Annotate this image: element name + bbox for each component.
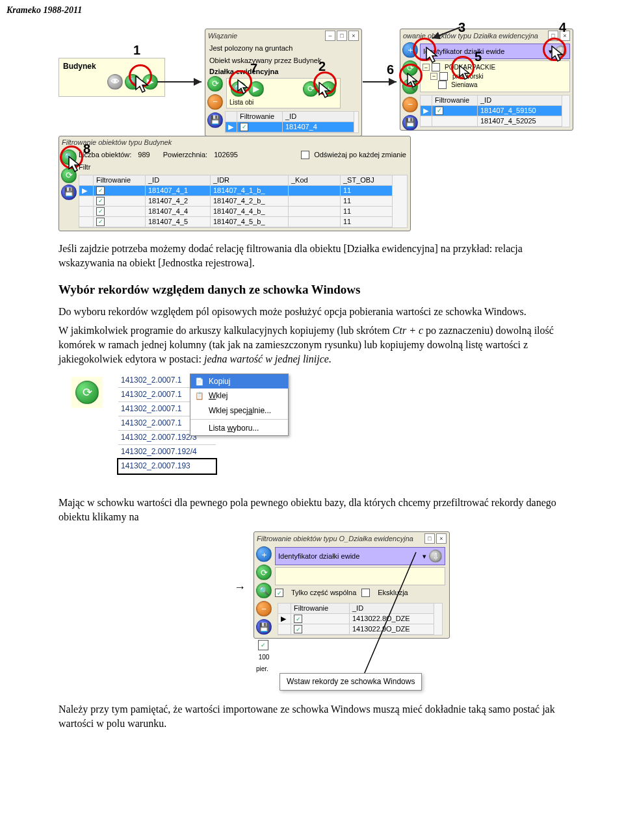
cell: 181407_4_5 bbox=[146, 217, 211, 227]
mark-arrow bbox=[429, 25, 468, 42]
checkbox-checked-icon[interactable]: ✓ bbox=[275, 589, 283, 597]
cell: 181407_4_2 bbox=[146, 196, 211, 207]
cell: 181407_4_2_b_ bbox=[211, 196, 289, 207]
identifier-label: Identyfikator działki ewide bbox=[278, 552, 359, 561]
tree-item[interactable]: Sieniawa bbox=[438, 81, 567, 90]
restore-icon[interactable]: □ bbox=[337, 31, 347, 41]
eye-icon[interactable]: 👁 bbox=[107, 74, 123, 90]
restore-icon[interactable]: □ bbox=[424, 533, 435, 544]
budynek-filter-title: Filtrowanie obiektów typu Budynek bbox=[62, 138, 408, 147]
cursor-icon bbox=[68, 156, 84, 174]
menu-item-copy[interactable]: 📄 Kopiuj bbox=[190, 374, 288, 388]
dzialka-panel: owanie obiektów typu Działka ewidencyjna… bbox=[400, 29, 573, 131]
figure-3: Filtrowanie obiektów typu O_Działka ewid… bbox=[221, 531, 566, 691]
minus-box-icon[interactable]: − bbox=[430, 73, 437, 80]
figure-2: ⟳ 141302_2.0007.1141302_2.0007.1141302_2… bbox=[72, 374, 566, 484]
checkbox-checked-icon[interactable]: ✓ bbox=[294, 625, 302, 633]
refresh-icon[interactable]: ⟳ bbox=[303, 81, 318, 97]
checkbox-checked-icon[interactable]: ✓ bbox=[96, 197, 105, 205]
checkbox-icon[interactable] bbox=[439, 72, 448, 81]
grid-row[interactable]: ▶ ✓ 181407_4_59150 bbox=[421, 106, 569, 116]
paragraph: Mając w schowku wartości dla pewnego pol… bbox=[58, 496, 566, 524]
table-row[interactable]: ✓181407_4_5181407_4_5_b_11 bbox=[79, 217, 407, 227]
disk-icon[interactable]: 💾 bbox=[61, 185, 77, 200]
menu-item-paste[interactable]: 📋 Wklej bbox=[190, 388, 288, 403]
paragraph: Należy przy tym pamiętać, że wartości im… bbox=[58, 702, 566, 730]
area-label: Powierzchnia: bbox=[163, 150, 207, 160]
cell: 181407_4_52025 bbox=[478, 116, 562, 127]
refresh-button[interactable]: ⟳ bbox=[75, 381, 99, 404]
list-item[interactable]: 141302_2.0007.192/4 bbox=[118, 445, 216, 459]
minus-orange-icon[interactable]: − bbox=[207, 94, 223, 110]
close-icon[interactable]: × bbox=[436, 533, 447, 544]
wiazanie-title: Wiązanie bbox=[208, 31, 325, 41]
minus-orange-icon[interactable]: − bbox=[402, 97, 418, 112]
grid-row[interactable]: 181407_4_52025 bbox=[421, 116, 569, 127]
cell bbox=[289, 217, 341, 227]
col-id: _ID bbox=[146, 175, 211, 186]
table-row[interactable]: ✓181407_4_4181407_4_4_b_11 bbox=[79, 207, 407, 217]
cell: 11 bbox=[341, 196, 393, 207]
grid-row-selected[interactable]: ▶ ✓ 181407_4 bbox=[226, 122, 358, 133]
dzialka-ew-label: Działka ewidencyjna bbox=[205, 67, 361, 78]
checkbox-checked-icon[interactable]: ✓ bbox=[96, 218, 105, 226]
minus-orange-icon[interactable]: − bbox=[256, 601, 272, 617]
disk-icon[interactable]: 💾 bbox=[402, 115, 418, 131]
refresh-icon[interactable]: ⟳ bbox=[207, 76, 223, 92]
cell: 11 bbox=[341, 217, 393, 227]
menu-item-list[interactable]: Lista wyboru... bbox=[190, 421, 288, 435]
refresh-icon[interactable]: ⟳ bbox=[256, 565, 272, 580]
marker-number: 1 bbox=[133, 42, 140, 59]
callout-line bbox=[361, 551, 458, 678]
magnify-icon[interactable]: 🔍 bbox=[256, 583, 272, 598]
identifier-chip[interactable]: Identyfikator działki ewide ▾ ⇩ bbox=[420, 44, 570, 59]
figure-1: Budynek 👁 🔍 ▶ Wiązanie – □ × Jest polozo… bbox=[58, 29, 566, 230]
marker-number: 5 bbox=[474, 48, 482, 66]
minimize-icon[interactable]: – bbox=[325, 31, 335, 41]
refresh-label: Odświeżaj po każdej zmianie bbox=[314, 150, 406, 160]
checkbox-icon[interactable] bbox=[301, 151, 309, 159]
tree-area: − PODKARPACKIE − przeworski Sieniawa bbox=[420, 60, 570, 92]
cell: 181407_4_4_b_ bbox=[211, 207, 289, 217]
restore-icon[interactable]: □ bbox=[548, 31, 558, 41]
close-icon[interactable]: × bbox=[348, 31, 359, 41]
cell: 181407_4_4 bbox=[146, 207, 211, 217]
menu-item-paste-special[interactable]: Wklej specjalnie... bbox=[190, 403, 288, 418]
arrow-1 bbox=[156, 75, 205, 88]
disk-icon[interactable]: 💾 bbox=[207, 112, 223, 128]
tree-item[interactable]: − PODKARPACKIE bbox=[422, 63, 567, 72]
col-id: _ID bbox=[283, 112, 354, 122]
cursor-icon bbox=[459, 65, 473, 82]
cursor-icon bbox=[237, 79, 252, 96]
checkbox-checked-icon[interactable]: ✓ bbox=[96, 186, 105, 195]
paste-icon: 📋 bbox=[194, 390, 205, 401]
table-row[interactable]: ▶✓181407_4_1181407_4_1_b_11 bbox=[79, 186, 407, 196]
tree-item[interactable]: − przeworski bbox=[430, 72, 567, 81]
table-row[interactable]: ✓181407_4_2181407_4_2_b_11 bbox=[79, 196, 407, 207]
count-100: 100 bbox=[256, 653, 272, 662]
disk-icon[interactable]: 💾 bbox=[256, 619, 272, 635]
dzialka-panel-title: owanie obiektów typu Działka ewidencyjna bbox=[403, 31, 548, 41]
count-value: 989 bbox=[138, 150, 150, 160]
svg-line-2 bbox=[432, 27, 460, 38]
cell: 181407_4_1 bbox=[146, 186, 211, 196]
checkbox-checked-icon[interactable]: ✓ bbox=[240, 123, 248, 131]
plus-icon[interactable]: ＋ bbox=[402, 42, 418, 58]
checkbox-checked-icon[interactable]: ✓ bbox=[435, 107, 443, 115]
tooltip: Wstaw rekordy ze schowka Windows bbox=[280, 673, 422, 690]
checkbox-checked-icon[interactable]: ✓ bbox=[96, 207, 105, 216]
marker-number: 2 bbox=[318, 58, 326, 75]
cell: 11 bbox=[341, 207, 393, 217]
refresh-checkbox[interactable]: Odświeżaj po każdej zmianie bbox=[301, 150, 406, 160]
checkbox-checked-icon[interactable]: ✓ bbox=[294, 615, 302, 623]
cell: 181407_4_59150 bbox=[478, 106, 562, 116]
plus-icon[interactable]: ＋ bbox=[256, 546, 272, 562]
id-value: 181407_4 bbox=[283, 122, 354, 133]
col-kod: _Kod bbox=[289, 175, 341, 186]
cell: 11 bbox=[341, 186, 393, 196]
checkbox-icon[interactable] bbox=[438, 81, 447, 89]
col-stobj: _ST_OBJ bbox=[341, 175, 393, 186]
checkbox-checked-icon[interactable]: ✓ bbox=[258, 640, 268, 650]
budynek-label: Budynek bbox=[63, 61, 161, 71]
list-item[interactable]: 141302_2.0007.193 bbox=[118, 459, 216, 474]
